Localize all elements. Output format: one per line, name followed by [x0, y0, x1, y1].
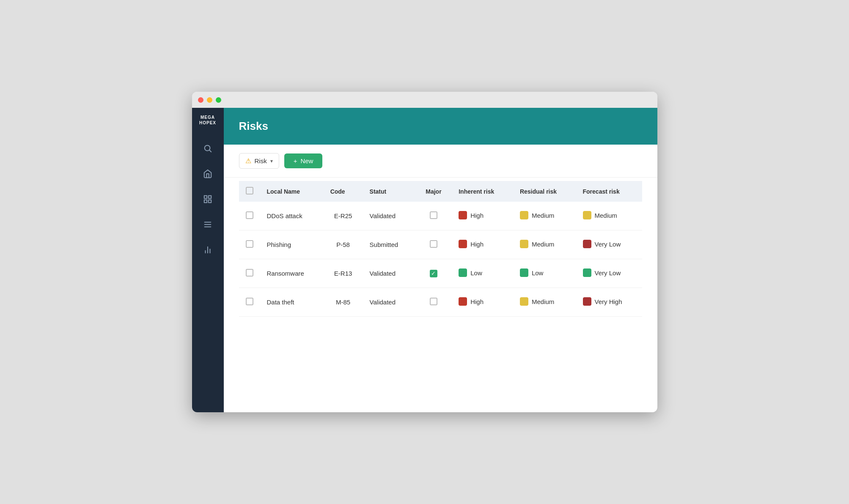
col-header-inherent: Inherent risk — [452, 181, 513, 202]
row-select-cell[interactable] — [239, 230, 260, 259]
inherent-badge: High — [459, 240, 484, 248]
row-residual-risk: Low — [513, 259, 576, 288]
row-major[interactable]: ✓ — [415, 259, 452, 288]
residual-badge: Medium — [520, 240, 554, 248]
row-checkbox[interactable] — [246, 269, 253, 277]
forecast-dot — [583, 211, 591, 219]
inherent-dot — [459, 297, 467, 306]
col-header-name: Local Name — [260, 181, 324, 202]
row-select-cell[interactable] — [239, 288, 260, 317]
row-forecast-risk: Very High — [576, 288, 642, 317]
residual-label: Medium — [532, 212, 554, 219]
risk-filter-button[interactable]: ⚠ Risk ▾ — [239, 153, 279, 169]
inherent-badge: High — [459, 211, 484, 219]
maximize-button[interactable] — [216, 97, 221, 103]
row-residual-risk: Medium — [513, 202, 576, 230]
residual-label: Medium — [532, 241, 554, 248]
toolbar: ⚠ Risk ▾ + New — [224, 145, 657, 178]
close-button[interactable] — [198, 97, 203, 103]
minimize-button[interactable] — [207, 97, 212, 103]
grid-icon[interactable] — [198, 190, 217, 208]
major-checkbox[interactable] — [430, 298, 437, 305]
table-header-row: Local Name Code Statut Major Inherent ri… — [239, 181, 642, 202]
new-button[interactable]: + New — [284, 153, 323, 168]
residual-label: Medium — [532, 298, 554, 305]
row-statut: Validated — [363, 288, 415, 317]
page-header: Risks — [224, 108, 657, 145]
svg-line-1 — [209, 150, 211, 152]
col-header-code: Code — [324, 181, 363, 202]
col-header-forecast: Forecast risk — [576, 181, 642, 202]
svg-rect-3 — [209, 196, 211, 198]
row-major[interactable] — [415, 230, 452, 259]
inherent-label: Low — [470, 269, 482, 277]
row-inherent-risk: Low — [452, 259, 513, 288]
forecast-dot — [583, 268, 591, 277]
residual-dot — [520, 297, 528, 306]
row-statut: Validated — [363, 202, 415, 230]
forecast-badge: Very High — [583, 297, 622, 306]
inherent-label: High — [470, 298, 484, 305]
row-checkbox[interactable] — [246, 240, 253, 248]
table-row: Data theftM-85ValidatedHighMediumVery Hi… — [239, 288, 642, 317]
inherent-dot — [459, 240, 467, 248]
residual-label: Low — [532, 269, 544, 277]
major-checkbox[interactable] — [430, 240, 437, 248]
row-inherent-risk: High — [452, 288, 513, 317]
residual-badge: Low — [520, 268, 544, 277]
row-residual-risk: Medium — [513, 230, 576, 259]
select-all-checkbox[interactable] — [246, 187, 253, 194]
home-icon[interactable] — [198, 164, 217, 183]
row-statut: Submitted — [363, 230, 415, 259]
logo: MEGA HOPEX — [199, 115, 216, 126]
row-checkbox[interactable] — [246, 298, 253, 305]
new-button-label: New — [300, 157, 313, 164]
risk-filter-label: Risk — [255, 157, 267, 164]
residual-dot — [520, 268, 528, 277]
row-select-cell[interactable] — [239, 259, 260, 288]
forecast-badge: Medium — [583, 211, 617, 219]
row-major[interactable] — [415, 288, 452, 317]
header-select-all[interactable] — [239, 181, 260, 202]
residual-dot — [520, 211, 528, 219]
row-name: Phishing — [260, 230, 324, 259]
row-major[interactable] — [415, 202, 452, 230]
row-select-cell[interactable] — [239, 202, 260, 230]
forecast-dot — [583, 240, 591, 248]
row-inherent-risk: High — [452, 230, 513, 259]
search-icon[interactable] — [198, 139, 217, 158]
forecast-label: Very High — [595, 298, 622, 305]
row-checkbox[interactable] — [246, 211, 253, 219]
inherent-dot — [459, 268, 467, 277]
inherent-badge: High — [459, 297, 484, 306]
sidebar: MEGA HOPEX — [192, 108, 224, 412]
col-header-major: Major — [415, 181, 452, 202]
col-header-statut: Statut — [363, 181, 415, 202]
chart-icon[interactable] — [198, 241, 217, 259]
page-title: Risks — [239, 120, 642, 133]
tools-icon[interactable] — [198, 215, 217, 234]
svg-rect-2 — [204, 196, 207, 198]
main-content: Risks ⚠ Risk ▾ + New — [224, 108, 657, 412]
col-header-residual: Residual risk — [513, 181, 576, 202]
logo-line1: MEGA — [199, 115, 216, 120]
table-container: Local Name Code Statut Major Inherent ri… — [224, 178, 657, 332]
row-name: Ransomware — [260, 259, 324, 288]
table-row: DDoS attackE-R25ValidatedHighMediumMediu… — [239, 202, 642, 230]
app-body: MEGA HOPEX — [192, 108, 657, 412]
risks-table: Local Name Code Statut Major Inherent ri… — [239, 181, 642, 317]
row-name: Data theft — [260, 288, 324, 317]
major-checkbox-checked[interactable]: ✓ — [430, 270, 437, 277]
table-row: RansomwareE-R13Validated✓LowLowVery Low — [239, 259, 642, 288]
forecast-badge: Very Low — [583, 268, 621, 277]
forecast-dot — [583, 297, 591, 306]
major-checkbox[interactable] — [430, 211, 437, 219]
inherent-badge: Low — [459, 268, 482, 277]
row-forecast-risk: Very Low — [576, 230, 642, 259]
inherent-label: High — [470, 241, 484, 248]
forecast-label: Very Low — [595, 241, 621, 248]
row-code: P-58 — [324, 230, 363, 259]
row-forecast-risk: Very Low — [576, 259, 642, 288]
row-inherent-risk: High — [452, 202, 513, 230]
row-code: E-R13 — [324, 259, 363, 288]
